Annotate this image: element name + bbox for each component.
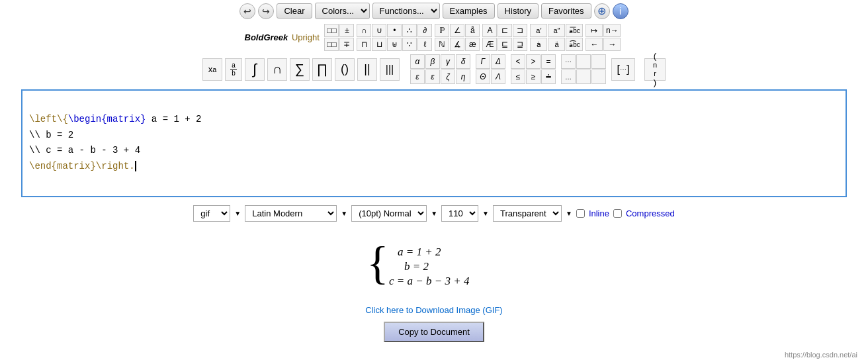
sym-cell[interactable]: a′ <box>530 24 547 37</box>
format-select[interactable]: gif png svg <box>193 205 230 222</box>
sym-cell[interactable]: > <box>526 54 541 69</box>
clear-button[interactable]: Clear <box>277 3 312 19</box>
integral-button[interactable]: ∫ <box>245 58 265 81</box>
sym-cell[interactable] <box>591 69 606 84</box>
sym-cell[interactable]: ∂ <box>417 24 432 37</box>
sym-cell[interactable]: ≤ <box>511 69 525 84</box>
sym-cell[interactable]: ∵ <box>402 38 417 51</box>
favorites-button[interactable]: Favorites <box>541 3 591 19</box>
sym-cell[interactable]: = <box>541 54 556 69</box>
sym-cell[interactable]: α <box>410 54 425 69</box>
sym-cell[interactable]: ζ <box>441 69 455 84</box>
compressed-checkbox[interactable] <box>613 209 622 218</box>
parens-button[interactable]: () <box>335 58 355 81</box>
functions-select[interactable]: Functions... <box>372 3 440 19</box>
sym-cell[interactable]: ∓ <box>339 38 354 51</box>
sym-cell[interactable]: ∠ <box>450 24 464 37</box>
comparison-symbols: < > = ≤ ≥ ≐ <box>511 54 556 84</box>
svg-text:c = a − b − 3 + 4: c = a − b − 3 + 4 <box>389 275 470 287</box>
sym-cell[interactable]: … <box>561 69 576 84</box>
size-select[interactable]: (10pt) Normal (8pt) Small (12pt) Large <box>351 205 427 222</box>
colors-select[interactable]: Colors... <box>315 3 370 19</box>
sym-cell[interactable]: γ <box>441 54 455 69</box>
sym-cell[interactable]: → <box>603 38 621 51</box>
sym-cell[interactable]: ⊏ <box>498 24 512 37</box>
sym-cell[interactable]: □□ <box>324 38 339 51</box>
tex-text: a = 1 + 2 <box>146 114 201 124</box>
sym-cell[interactable]: ↦ <box>586 24 603 37</box>
undo-button[interactable]: ↩ <box>239 3 255 19</box>
redo-button[interactable]: ↪ <box>258 3 274 19</box>
sym-cell[interactable]: ∩ <box>357 24 371 37</box>
sym-cell[interactable]: ȧ <box>530 38 547 51</box>
sym-cell[interactable]: ⊑ <box>498 38 512 51</box>
sym-cell[interactable]: a″ <box>548 24 565 37</box>
inline-checkbox[interactable] <box>576 209 585 218</box>
cursor <box>135 161 136 171</box>
sym-cell[interactable]: ä <box>548 38 565 51</box>
bigcap-button[interactable]: ∩ <box>267 58 287 81</box>
abs-button[interactable]: || <box>357 58 377 81</box>
sym-cell[interactable]: ± <box>339 24 354 37</box>
norm-button[interactable]: ||| <box>380 58 400 81</box>
sym-cell[interactable]: ⊐ <box>513 24 527 37</box>
sym-cell[interactable]: Δ <box>491 54 505 69</box>
history-button[interactable]: History <box>498 3 539 19</box>
binomial-button[interactable]: ( n r ) <box>644 58 666 81</box>
sym-cell[interactable]: ℓ <box>417 38 432 51</box>
download-link[interactable]: Click here to Download Image (GIF) <box>365 305 502 315</box>
sym-cell[interactable]: æ <box>465 38 480 51</box>
dpi-select[interactable]: 110 72 85 100 150 200 <box>441 205 478 222</box>
sym-cell[interactable]: ε <box>410 69 425 84</box>
sym-cell[interactable]: ∡ <box>450 38 464 51</box>
info-button[interactable]: i <box>613 3 629 19</box>
sym-cell[interactable]: ⊒ <box>513 38 527 51</box>
sym-cell[interactable]: δ <box>456 54 470 69</box>
sym-cell[interactable]: å <box>465 24 480 37</box>
sym-cell[interactable]: Θ <box>476 69 490 84</box>
sym-cell[interactable]: ∪ <box>372 24 386 37</box>
examples-button[interactable]: Examples <box>443 3 495 19</box>
sym-cell[interactable]: ℙ <box>435 24 449 37</box>
sym-cell[interactable] <box>576 69 591 84</box>
fraction-button[interactable]: a b <box>225 58 242 81</box>
sym-cell[interactable]: ⊎ <box>387 38 402 51</box>
sym-cell[interactable]: n→ <box>603 24 621 37</box>
letter-symbols: A ⊏ ⊐ Æ ⊑ ⊒ <box>482 24 527 51</box>
sym-cell[interactable]: β <box>425 54 440 69</box>
sym-cell[interactable]: Æ <box>482 38 497 51</box>
superscript-button[interactable]: xa <box>202 58 222 81</box>
copy-to-document-button[interactable]: Copy to Document <box>384 322 484 342</box>
add-button[interactable]: ⊕ <box>594 3 610 19</box>
sym-cell[interactable]: ℕ <box>435 38 449 51</box>
bracket-matrix-button[interactable]: [⋯] <box>611 58 635 81</box>
latex-editor: \left\{\begin{matrix} a = 1 + 2 \\ b = 2… <box>11 89 857 197</box>
sym-cell[interactable] <box>591 54 606 69</box>
sym-cell[interactable]: Λ <box>491 69 505 84</box>
upright-label: Upright <box>292 32 320 42</box>
sym-cell[interactable] <box>576 54 591 69</box>
sym-cell[interactable]: □□ <box>324 24 339 37</box>
sym-cell[interactable]: Γ <box>476 54 490 69</box>
latex-input[interactable]: \left\{\begin{matrix} a = 1 + 2 \\ b = 2… <box>21 89 847 197</box>
sym-cell[interactable]: ⊔ <box>372 38 386 51</box>
font-select[interactable]: Latin Modern Computer Modern XITS <box>245 205 337 222</box>
sym-cell[interactable]: • <box>387 24 402 37</box>
sym-cell[interactable]: a͞bc <box>566 24 583 37</box>
bg-select[interactable]: Transparent White Black <box>493 205 562 222</box>
sym-cell[interactable]: < <box>511 54 525 69</box>
sym-cell[interactable]: ≥ <box>526 69 541 84</box>
math-svg: { a = 1 + 2 b = 2 c = a − b − 3 + 4 <box>361 236 507 295</box>
sum-button[interactable]: ∑ <box>290 58 310 81</box>
sym-cell[interactable]: η <box>456 69 470 84</box>
sym-cell[interactable]: ≐ <box>541 69 556 84</box>
sym-cell[interactable]: a͡bc <box>566 38 583 51</box>
inline-label: Inline <box>589 208 609 218</box>
sym-cell[interactable]: ∴ <box>402 24 417 37</box>
product-button[interactable]: ∏ <box>312 58 332 81</box>
sym-cell[interactable]: A <box>482 24 497 37</box>
sym-cell[interactable]: ⊓ <box>357 38 371 51</box>
sym-cell[interactable]: ε <box>425 69 440 84</box>
sym-cell[interactable]: ← <box>586 38 603 51</box>
sym-cell[interactable]: ⋯ <box>561 54 576 69</box>
